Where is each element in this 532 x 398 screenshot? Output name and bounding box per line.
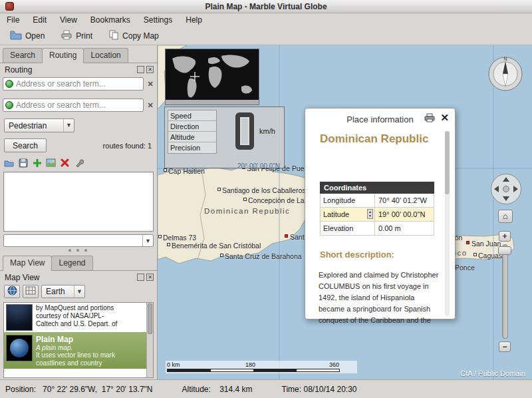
routing-panel-title: Routing: [5, 65, 32, 75]
compass-rose[interactable]: N: [487, 56, 523, 94]
capital-marker-santo-domingo[interactable]: [285, 234, 288, 238]
routing-profile-select[interactable]: Pedestrian ▼: [4, 118, 74, 132]
open-route-button[interactable]: [3, 157, 15, 168]
map-label: Santiago de los Caballeros: [222, 186, 306, 194]
zoom-slider-track[interactable]: [502, 244, 508, 339]
panel-splitter[interactable]: ● ● ●: [0, 248, 157, 254]
globe-icon: [7, 286, 17, 298]
pan-center-button[interactable]: [503, 186, 509, 192]
scrollbar-thumb[interactable]: [445, 131, 450, 194]
float-panel-icon[interactable]: [137, 274, 144, 281]
copy-icon: [108, 30, 119, 42]
graticule-label: 20° 00' 00.0"N: [237, 162, 280, 170]
view-tabbar: Map View Legend: [3, 256, 92, 271]
menu-help[interactable]: Help: [179, 13, 209, 27]
routing-profile-value: Pedestrian: [9, 121, 47, 130]
city-marker[interactable]: [243, 198, 247, 201]
route-source-input[interactable]: [16, 78, 142, 90]
scale-start-label: 0 km: [167, 361, 180, 368]
scale-end-label: 360: [329, 361, 339, 368]
menu-bookmarks[interactable]: Bookmarks: [84, 13, 137, 27]
clear-source-button[interactable]: ✕: [146, 80, 155, 89]
toolbar: Open Print Copy Map: [0, 27, 532, 45]
city-marker[interactable]: [220, 254, 223, 257]
print-button[interactable]: Print: [55, 28, 98, 44]
celestial-body-select[interactable]: Earth ▼: [41, 285, 85, 298]
city-marker[interactable]: [167, 243, 170, 246]
tab-location-label: Location: [90, 51, 120, 60]
route-settings-wrench-icon[interactable]: [73, 157, 84, 168]
tab-location[interactable]: Location: [83, 48, 128, 63]
city-marker[interactable]: [473, 253, 477, 256]
copy-map-button[interactable]: Copy Map: [102, 28, 165, 44]
satellite-theme-description: by MapQuest and portions courtesy of NAS…: [36, 304, 117, 331]
zoom-slider-handle[interactable]: [498, 246, 511, 255]
plain-map-theme-tagline: A plain map.: [36, 344, 115, 351]
scrollbar-thumb[interactable]: [148, 303, 152, 334]
open-button[interactable]: Open: [4, 28, 51, 44]
flat-projection-button[interactable]: [23, 285, 39, 298]
float-panel-icon[interactable]: [137, 66, 144, 73]
export-route-image-button[interactable]: [45, 157, 57, 168]
chevron-down-icon: ▼: [142, 235, 153, 246]
route-source-field[interactable]: [3, 77, 144, 91]
pan-up-arrow-icon[interactable]: [503, 177, 509, 182]
main-content: Search Routing Location Routing ✕ ✕: [0, 45, 532, 379]
gps-speed-digit: [235, 112, 254, 150]
close-panel-icon[interactable]: ✕: [146, 66, 154, 73]
tab-routing[interactable]: Routing: [42, 48, 84, 63]
gps-field-list: Speed Direction Altitude Precision: [168, 110, 217, 154]
add-via-button[interactable]: [31, 157, 43, 168]
titlebar[interactable]: Plain Map - Marble Virtual Globe: [0, 0, 532, 13]
gps-info-widget[interactable]: Speed Direction Altitude Precision km/h: [164, 106, 285, 168]
save-route-button[interactable]: [17, 157, 29, 168]
open-document-icon: [10, 30, 22, 42]
zoom-out-button[interactable]: −: [499, 341, 511, 352]
tab-legend-label: Legend: [59, 258, 85, 268]
pan-down-arrow-icon[interactable]: [503, 196, 509, 201]
route-search-button[interactable]: Search: [4, 138, 47, 152]
clear-route-button[interactable]: [59, 157, 70, 168]
map-canvas[interactable]: Cap Haitien San Felipe de Puerto Plata S…: [158, 45, 532, 379]
route-destination-field[interactable]: [3, 99, 144, 112]
map-label: Santa Cruz de Barahona: [225, 252, 302, 260]
latitude-spin-control[interactable]: ▲▼: [367, 209, 373, 219]
globe-projection-button[interactable]: [4, 285, 20, 298]
zoom-in-button[interactable]: +: [499, 231, 511, 242]
route-instructions-list[interactable]: [3, 172, 154, 232]
popup-scrollbar[interactable]: [445, 131, 450, 316]
menu-file[interactable]: File: [0, 13, 26, 27]
close-panel-icon[interactable]: ✕: [146, 274, 154, 281]
theme-list-scrollbar[interactable]: [146, 303, 153, 377]
menu-edit[interactable]: Edit: [26, 13, 53, 27]
pan-left-arrow-icon[interactable]: [494, 186, 499, 192]
map-country-label: Dominican Republic: [204, 207, 290, 215]
tab-legend[interactable]: Legend: [51, 256, 92, 270]
overview-map[interactable]: [165, 49, 259, 105]
list-item-satellite-theme[interactable]: by MapQuest and portions courtesy of NAS…: [4, 303, 153, 332]
tab-search[interactable]: Search: [3, 48, 43, 63]
menu-settings[interactable]: Settings: [137, 13, 179, 27]
clear-destination-button[interactable]: ✕: [146, 101, 155, 110]
menu-view[interactable]: View: [53, 13, 84, 27]
place-information-popup[interactable]: Place information ✕ Dominican Republic C…: [305, 108, 456, 319]
print-icon[interactable]: [424, 113, 435, 124]
capital-marker-san-juan[interactable]: [466, 241, 469, 244]
close-icon[interactable]: ✕: [440, 112, 449, 124]
home-button[interactable]: ⌂: [498, 210, 513, 223]
pan-right-arrow-icon[interactable]: [513, 186, 518, 192]
route-alternative-select[interactable]: ▼: [3, 234, 154, 247]
status-position: Position: 70° 22' 29.6"W, 17° 20' 13.7"N: [5, 385, 153, 394]
scale-ruler: [167, 369, 340, 372]
pan-control[interactable]: [491, 174, 521, 204]
route-destination-input[interactable]: [16, 99, 142, 111]
city-marker[interactable]: [164, 168, 167, 172]
gps-speed-unit: km/h: [259, 127, 275, 135]
list-item-plain-map-theme[interactable]: Plain Map A plain map. It uses vector li…: [4, 332, 153, 369]
city-marker[interactable]: [158, 235, 162, 238]
city-marker[interactable]: [217, 188, 221, 191]
table-row-longitude: Longitude 70° 40' 01.2"W: [320, 194, 434, 208]
map-label: Ponce: [455, 264, 475, 272]
popup-place-name: Dominican Republic: [320, 132, 428, 146]
tab-map-view[interactable]: Map View: [3, 256, 52, 271]
